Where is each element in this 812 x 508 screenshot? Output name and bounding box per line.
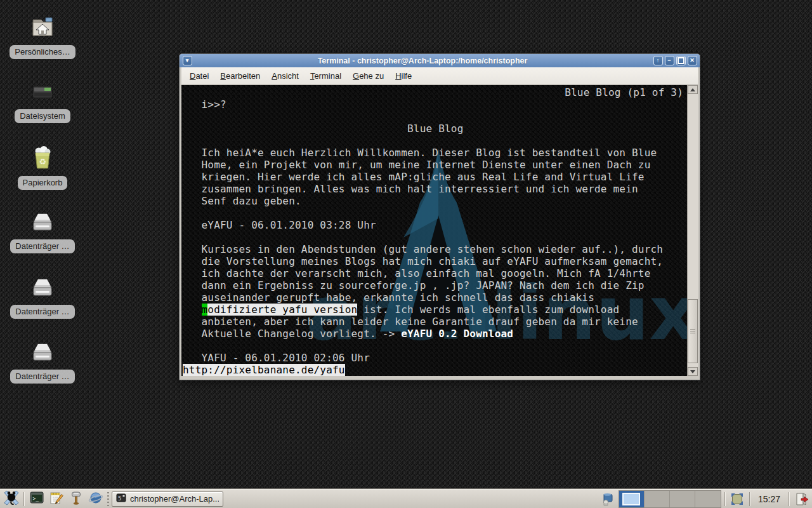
minimize-icon: − <box>667 57 671 65</box>
terminal-app-mini-icon: 5 <box>116 493 126 505</box>
terminal-text-run: eYAFU 0.2 Download <box>401 328 513 340</box>
terminal-line <box>183 207 687 219</box>
show-desktop-icon <box>730 491 745 507</box>
clock[interactable]: 15:27 <box>753 494 785 504</box>
terminal-text-run: kriegen. Hier werde ich alles mAP:gliche… <box>183 171 645 183</box>
terminal-line: YAFU - 06.01.2010 02:06 Uhr <box>183 352 687 364</box>
terminal-text-run: Blue Blog (p1 of 3) <box>565 86 683 98</box>
separator <box>23 492 24 506</box>
menu-bearbeiten[interactable]: Bearbeiten <box>214 69 266 83</box>
web-browser-launcher[interactable] <box>86 491 105 507</box>
menu-gehe-zu[interactable]: Gehe zu <box>347 69 390 83</box>
terminal-text-run: ich dachte der verarscht mich, also einf… <box>183 267 650 279</box>
minimize-button[interactable]: − <box>665 56 674 65</box>
scrollbar-thumb[interactable] <box>688 299 698 363</box>
title-bar[interactable]: ▾ Terminal - christopher@Arch-Laptop:/ho… <box>180 54 700 67</box>
terminal-line: i>>? <box>183 98 687 110</box>
terminal-line: Aktuelle Changelog vorliegt. -> eYAFU 0.… <box>183 328 687 340</box>
workspace-3[interactable] <box>670 491 695 507</box>
desktop-icon-home[interactable]: Persönliches… <box>6 14 79 59</box>
panel-handle[interactable] <box>107 492 109 506</box>
status-tray-icon[interactable] <box>599 491 617 507</box>
desktop-icon-volume-2[interactable]: Datenträger … <box>6 276 79 319</box>
terminal-text-run: die Vorstellung meines Blogs hat mich ch… <box>183 255 663 267</box>
close-icon: ✕ <box>690 57 695 65</box>
close-button[interactable]: ✕ <box>688 56 697 65</box>
terminal-launcher[interactable]: >_ <box>27 491 46 507</box>
terminal-text-run: Aktuelle Changelog vorliegt. -> <box>183 328 401 340</box>
terminal-line: eYAFU - 06.01.2010 03:28 Uhr <box>183 219 687 231</box>
menu-bar: DateiBearbeitenAnsichtTerminalGehe zuHil… <box>181 67 698 85</box>
terminal-link[interactable]: m <box>202 304 208 316</box>
terminal-text-run <box>183 304 202 316</box>
terminal-line <box>183 135 687 147</box>
scroll-up-arrow[interactable] <box>688 85 698 94</box>
svg-text:5: 5 <box>118 495 121 502</box>
applications-menu-button[interactable] <box>2 491 20 507</box>
desktop-icon-label: Datenträger … <box>10 239 74 253</box>
terminal-line: ich dachte der verarscht mich, also einf… <box>183 267 687 279</box>
triangle-down-icon <box>690 370 695 373</box>
settings-tool-launcher[interactable] <box>67 491 85 507</box>
terminal-line: anbieten, aber ich kann leider keine Gar… <box>183 316 687 328</box>
triangle-up-icon <box>690 88 695 91</box>
terminal-text-run: Senf dazu geben. <box>183 195 301 207</box>
maximize-button[interactable] <box>676 56 686 65</box>
web-browser-globe-icon <box>88 490 103 507</box>
workspace-4[interactable] <box>695 491 721 507</box>
terminal-line: zusammen bringen. Alles was mich halt in… <box>183 183 687 195</box>
terminal-text-run: i>>? <box>183 98 226 110</box>
terminal-line: Blue Blog (p1 of 3) <box>183 86 687 98</box>
terminal-link[interactable]: odifizierte yafu version <box>207 304 357 316</box>
logout-door-icon <box>794 491 809 507</box>
task-button-label: christopher@Arch-Lap... <box>130 494 219 504</box>
desktop-icon-label: Datenträger … <box>10 305 74 319</box>
terminal-text-run: Kurioses in den Abendstunden (gut andere… <box>183 243 663 255</box>
terminal-text-run: eYAFU - 06.01.2010 03:28 Uhr <box>183 219 376 231</box>
desktop-icon-label: Datenträger … <box>10 370 74 384</box>
window-menu-button[interactable]: ▾ <box>183 56 192 65</box>
scroll-down-arrow[interactable] <box>688 367 698 376</box>
menu-terminal[interactable]: Terminal <box>304 69 347 83</box>
terminal-line: die Vorstellung meines Blogs hat mich ch… <box>183 255 687 267</box>
terminal-line: Senf dazu geben. <box>183 195 687 207</box>
workspace-1[interactable] <box>619 491 645 507</box>
menu-ansicht[interactable]: Ansicht <box>266 69 304 83</box>
text-editor-launcher[interactable] <box>47 491 65 507</box>
menu-hilfe[interactable]: Hilfe <box>390 69 417 83</box>
workspace-switcher <box>619 490 721 508</box>
terminal-text-run: Ich heiA*e euch Herzlich Willkommen. Die… <box>183 147 657 159</box>
hammer-tool-icon <box>69 490 84 507</box>
workspace-2[interactable] <box>645 491 670 507</box>
home-folder-icon <box>29 14 56 42</box>
window-title: Terminal - christopher@Arch-Laptop:/home… <box>193 57 652 65</box>
chevron-down-icon: ▾ <box>186 57 189 65</box>
terminal-text-run: http://pixelbanane.de/yafu <box>183 364 345 376</box>
xfce-mouse-icon <box>3 490 20 507</box>
menu-datei[interactable]: Datei <box>184 69 214 83</box>
terminal-content[interactable]: archlinux ™ Blue Blog (p1 of 3) i>>? Blu… <box>181 85 698 376</box>
terminal-lines: Blue Blog (p1 of 3) i>>? Blue Blog Ich h… <box>181 85 687 376</box>
task-button-terminal[interactable]: 5 christopher@Arch-Lap... <box>112 491 223 507</box>
terminal-text-run: anbieten, aber ich kann leider keine Gar… <box>183 316 638 328</box>
terminal-text-run: auseinander gerupft habe, erkannte ich s… <box>183 291 594 304</box>
terminal-text-run: YAFU - 06.01.2010 02:06 Uhr <box>183 352 370 364</box>
grip-icon <box>690 329 695 334</box>
desktop-icon-trash[interactable]: ♻ Papierkorb <box>6 145 79 190</box>
terminal-line: Blue Blog <box>183 123 687 135</box>
desktop-icon-label: Dateisystem <box>15 109 70 123</box>
shade-button[interactable]: ↑ <box>653 56 663 65</box>
show-desktop-button[interactable] <box>728 491 746 507</box>
terminal-text-run: ist. Ich werds mal ebenfalls zum downloa… <box>357 304 619 316</box>
terminal-line: kriegen. Hier werde ich alles mAP:gliche… <box>183 171 687 183</box>
terminal-line <box>183 110 687 123</box>
desktop-icon-filesystem[interactable]: Dateisystem <box>6 81 79 123</box>
scrollbar[interactable] <box>687 85 698 376</box>
desktop-icon-volume-3[interactable]: Datenträger … <box>6 341 79 384</box>
desktop-icon-label: Persönliches… <box>10 45 75 59</box>
filesystem-icon <box>29 81 56 106</box>
terminal-line <box>183 340 687 352</box>
text-editor-icon <box>49 490 64 507</box>
logout-button[interactable] <box>792 491 810 507</box>
desktop-icon-volume-1[interactable]: Datenträger … <box>6 211 79 253</box>
